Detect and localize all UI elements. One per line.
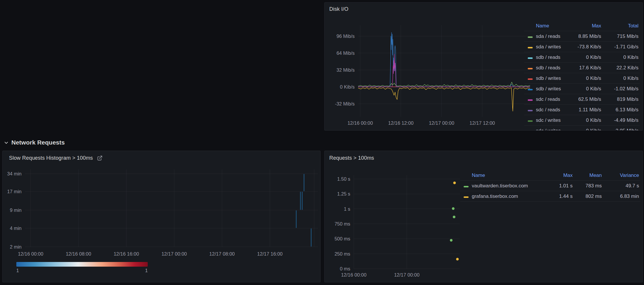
series-color-swatch [528, 57, 533, 59]
legend-cell-name: sdb / writes [535, 86, 570, 92]
y-tick-label: 2 min [10, 244, 22, 249]
legend-cell-max: 17.6 Kib/s [570, 65, 602, 71]
legend-cell-name: sdc / reads [535, 107, 570, 113]
colorbar-max: 1 [145, 268, 148, 273]
legend-cell-mean: 783 ms [574, 183, 603, 189]
legend-row[interactable]: sdc / writes0 Kib/s-4.49 Mib/s [524, 115, 640, 126]
legend-cell-variance: 6.83 min [603, 193, 640, 199]
legend-row[interactable]: grafana.tiserbox.com1.44 s802 ms6.83 min [460, 191, 640, 202]
legend-cell-max: 0 Kib/s [570, 86, 602, 92]
legend-cell-total: 22.2 Kib/s [602, 65, 640, 71]
x-tick-label: 12/16 08:00 [66, 251, 91, 256]
panel-title-disk-io[interactable]: Disk I/O [329, 6, 349, 12]
disk-io-legend: Name Max Total sda / reads8.85 Mib/s715 … [524, 21, 640, 131]
y-tick-label: -32 Mib/s [335, 101, 355, 106]
legend-row[interactable]: vaultwarden.tiserbox.com1.01 s783 ms49.7… [460, 181, 640, 191]
requests-scatter-chart[interactable]: 12/16 00:0012/17 00:001.50 s1.25 s1 s750… [354, 175, 460, 269]
scatter-point[interactable] [453, 182, 456, 184]
heatmap-cell[interactable] [296, 210, 297, 228]
legend-cell-name: sda / reads [535, 34, 570, 39]
panel-title-slow-requests[interactable]: Slow Requests Histogram > 100ms [9, 155, 103, 161]
y-tick-label: 250 ms [335, 251, 350, 256]
legend-cell-max: 0 Kib/s [570, 75, 602, 81]
legend-cell-total: -4.49 Mib/s [602, 117, 640, 123]
x-tick-label: 12/16 00:00 [18, 251, 43, 256]
y-tick-label: 500 ms [335, 236, 350, 241]
legend-cell-max: -73.8 Kib/s [570, 44, 602, 50]
grid [25, 169, 318, 247]
x-tick-label: 12/17 16:00 [257, 251, 283, 256]
legend-row[interactable]: sdb / reads0 Kib/s0 Kib/s [524, 52, 640, 63]
legend-col-total[interactable]: Total [602, 23, 640, 29]
series-color-swatch [528, 78, 533, 80]
scatter-points [450, 182, 459, 261]
series-line [358, 88, 530, 111]
y-tick-label: 17 min [7, 189, 22, 194]
x-tick-label: 12/16 00:00 [341, 272, 366, 277]
legend-cell-max: 62.5 Mib/s [570, 96, 602, 102]
scatter-point[interactable] [453, 216, 455, 218]
y-tick-label: 4 min [10, 226, 22, 231]
disk-io-chart[interactable]: 12/16 00:0012/16 12:0012/17 00:0012/17 1… [358, 25, 530, 117]
series-color-swatch [464, 196, 469, 198]
legend-col-variance[interactable]: Variance [603, 173, 640, 178]
series-line [358, 82, 530, 86]
legend-cell-variance: 49.7 s [603, 183, 640, 189]
legend-row[interactable]: sdb / writes0 Kib/s0 Kib/s [524, 73, 640, 84]
x-tick-label: 12/16 12:00 [388, 120, 414, 126]
panel-title-requests[interactable]: Requests > 100ms [329, 155, 374, 161]
y-tick-label: 96 Mib/s [337, 34, 355, 39]
legend-header-row: Name Max Total [524, 21, 640, 31]
legend-row[interactable]: sdc / writes0 Kib/s-2.05 Mib/s [524, 126, 640, 131]
y-tick-label: 1.50 s [337, 176, 350, 182]
legend-cell-name: sdb / reads [535, 65, 570, 71]
legend-row[interactable]: sda / reads8.85 Mib/s715 Mib/s [524, 31, 640, 42]
legend-row[interactable]: sda / writes-73.8 Kib/s-1.71 Gib/s [524, 42, 640, 52]
legend-col-name[interactable]: Name [471, 173, 546, 178]
section-title: Network Requests [11, 139, 65, 146]
scatter-point[interactable] [452, 207, 455, 210]
series-color-swatch [464, 186, 469, 187]
legend-row[interactable]: sdc / reads1.11 Mib/s6.13 Mib/s [524, 105, 640, 115]
legend-cell-name: sdb / reads [535, 54, 570, 60]
legend-rows: sda / reads8.85 Mib/s715 Mib/ssda / writ… [524, 31, 640, 131]
legend-cell-total: -2.05 Mib/s [602, 128, 640, 131]
legend-cell-name: vaultwarden.tiserbox.com [471, 183, 546, 189]
legend-cell-max: 1.11 Mib/s [570, 107, 602, 113]
y-tick-label: 0 ms [340, 266, 350, 271]
series-line [358, 32, 530, 87]
series-color-swatch [528, 47, 533, 48]
x-tick-label: 12/17 08:00 [209, 251, 235, 256]
heatmap-cell[interactable] [311, 228, 312, 247]
x-tick-label: 12/16 16:00 [114, 251, 139, 256]
x-tick-label: 12/17 12:00 [469, 120, 495, 126]
scatter-point[interactable] [450, 239, 453, 242]
legend-cell-name: sdc / reads [535, 96, 570, 102]
y-tick-label: 9 min [10, 207, 22, 213]
series-lines [358, 32, 530, 111]
heatmap-cell[interactable] [300, 192, 301, 210]
heatmap-cell[interactable] [302, 192, 303, 210]
legend-row[interactable]: sdb / writes0 Kib/s-1.02 Mib/s [524, 84, 640, 94]
legend-col-max[interactable]: Max [570, 23, 602, 29]
series-color-swatch [528, 36, 533, 38]
heatmap-cell[interactable] [304, 174, 305, 191]
legend-cell-total: 6.13 Mib/s [602, 107, 640, 113]
legend-col-name[interactable]: Name [535, 23, 570, 29]
external-link-icon[interactable] [97, 155, 103, 161]
legend-cell-total: 0 Kib/s [602, 75, 640, 81]
legend-cell-max: 0 Kib/s [570, 117, 602, 123]
scatter-point[interactable] [456, 258, 459, 261]
legend-col-mean[interactable]: Mean [574, 173, 603, 178]
x-tick-label: 12/17 00:00 [161, 251, 187, 256]
x-tick-label: 12/16 00:00 [347, 120, 373, 126]
slow-requests-heatmap-chart[interactable]: 12/16 00:0012/16 08:0012/16 16:0012/17 0… [25, 169, 318, 247]
colorbar-min: 1 [16, 268, 19, 273]
legend-cell-max: 0 Kib/s [570, 128, 602, 131]
y-tick-label: 750 ms [335, 221, 350, 226]
legend-row[interactable]: sdb / reads17.6 Kib/s22.2 Kib/s [524, 63, 640, 73]
legend-col-max[interactable]: Max [546, 173, 574, 178]
section-row-network-requests[interactable]: Network Requests [4, 138, 65, 147]
legend-cell-name: sdc / writes [535, 117, 570, 123]
legend-row[interactable]: sdc / reads62.5 Mib/s819 Mib/s [524, 94, 640, 105]
